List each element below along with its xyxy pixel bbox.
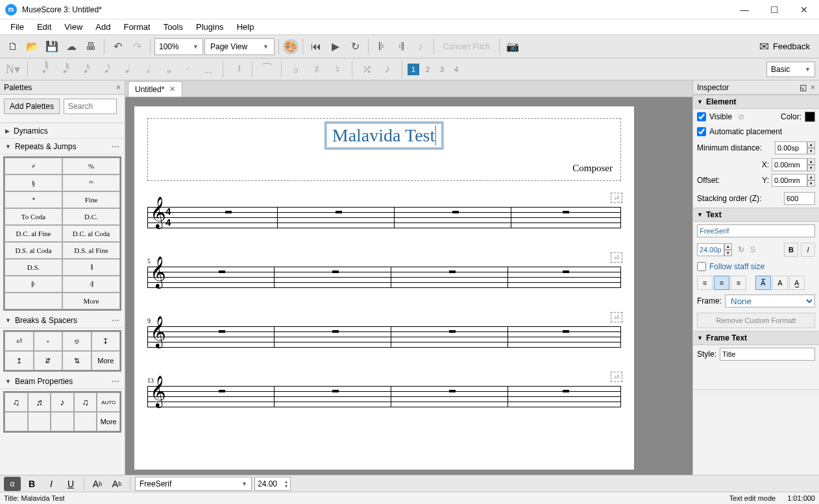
palette-item[interactable]: D.S. bbox=[5, 259, 62, 276]
staff[interactable]: 𝄞 bbox=[147, 326, 621, 347]
note-input-mode-icon[interactable]: N▾ bbox=[4, 60, 22, 78]
superscript-button[interactable]: Ab bbox=[108, 477, 125, 491]
valign-top-button[interactable]: A̅ bbox=[755, 276, 771, 290]
font-size-input[interactable] bbox=[697, 243, 724, 256]
feedback-button[interactable]: ✉ Feedback bbox=[759, 40, 810, 54]
offset-y-input[interactable] bbox=[772, 174, 807, 187]
symbols-button[interactable]: α bbox=[4, 477, 21, 491]
color-swatch[interactable] bbox=[805, 112, 815, 122]
palette-item[interactable] bbox=[28, 412, 51, 431]
zoom-select[interactable]: 100%▼ bbox=[154, 38, 203, 55]
sharp-icon[interactable]: ♯ bbox=[308, 60, 326, 78]
undock-icon[interactable]: ◱ bbox=[800, 83, 807, 92]
palette-item[interactable] bbox=[5, 293, 62, 309]
palette-item[interactable]: D.C. al Coda bbox=[62, 225, 120, 242]
spinner-buttons[interactable]: ▴▾ bbox=[724, 243, 732, 256]
palette-item[interactable]: D.C. al Fine bbox=[5, 225, 62, 242]
menu-file[interactable]: File bbox=[4, 20, 31, 34]
composer-text[interactable]: Composer bbox=[152, 163, 617, 174]
flip-icon[interactable]: ⤭ bbox=[358, 60, 376, 78]
play-icon[interactable]: ▶ bbox=[326, 38, 345, 56]
valign-middle-button[interactable]: A bbox=[772, 276, 788, 290]
system-break-icon[interactable]: ⏎ bbox=[611, 252, 622, 263]
camera-icon[interactable]: 📷 bbox=[504, 38, 522, 56]
voice-4-button[interactable]: 4 bbox=[450, 64, 462, 75]
inspector-section-element[interactable]: ▼Element bbox=[693, 95, 819, 109]
palette-item[interactable]: ♬ bbox=[28, 392, 51, 412]
system-break-icon[interactable]: ⏎ bbox=[611, 372, 622, 382]
mixer-icon[interactable]: 🎨 bbox=[283, 39, 299, 54]
palette-item[interactable]: ⇵ bbox=[34, 351, 63, 370]
palette-item[interactable]: D.S. al Fine bbox=[62, 242, 120, 259]
palette-item[interactable]: ♫ bbox=[5, 392, 28, 412]
align-right-button[interactable]: ≡ bbox=[731, 276, 746, 290]
menu-format[interactable]: Format bbox=[117, 20, 156, 34]
palette-item[interactable]: ♪ bbox=[51, 392, 74, 412]
time-signature[interactable]: 44 bbox=[165, 206, 171, 228]
new-score-icon[interactable]: 🗋 bbox=[4, 38, 22, 56]
workspace-select[interactable]: Basic▼ bbox=[766, 62, 815, 77]
redo-icon[interactable]: ↷ bbox=[128, 38, 146, 56]
save-icon[interactable]: 💾 bbox=[43, 38, 61, 56]
palette-item[interactable]: To Coda bbox=[5, 208, 62, 225]
grace-icon[interactable]: ♪ bbox=[378, 60, 397, 78]
palette-item[interactable]: 𝄎 bbox=[5, 158, 62, 174]
staff[interactable]: 𝄞 bbox=[147, 386, 621, 407]
style-input[interactable] bbox=[720, 348, 815, 361]
autoplace-checkbox[interactable] bbox=[697, 127, 706, 136]
palette-more-button[interactable]: More bbox=[92, 351, 121, 370]
bold-button[interactable]: B bbox=[23, 477, 40, 491]
repeat-start-icon[interactable]: 𝄆 bbox=[373, 38, 391, 56]
print-icon[interactable]: 🖶 bbox=[82, 38, 100, 56]
subscript-button[interactable]: Ab bbox=[89, 477, 106, 491]
view-mode-select[interactable]: Page View▼ bbox=[204, 38, 275, 55]
italic-button[interactable]: I bbox=[43, 477, 60, 491]
font-family-select[interactable]: FreeSerif▼ bbox=[135, 477, 252, 491]
align-left-button[interactable]: ≡ bbox=[697, 276, 713, 290]
close-icon[interactable]: × bbox=[116, 83, 121, 92]
palette-item[interactable]: D.S. al Coda bbox=[5, 242, 62, 259]
note-whole-icon[interactable]: 𝅝 bbox=[158, 60, 176, 78]
visible-checkbox[interactable] bbox=[697, 112, 706, 121]
open-icon[interactable]: 📂 bbox=[23, 38, 42, 56]
reset-icon[interactable]: ⊘ bbox=[738, 112, 744, 121]
close-icon[interactable]: × bbox=[811, 83, 815, 92]
palette-cat-beams[interactable]: ▼Beam Properties⋯ bbox=[0, 374, 125, 389]
font-size-select[interactable]: 24.00▴▾ bbox=[254, 477, 291, 491]
palette-item[interactable]: 𝄇 bbox=[62, 276, 120, 293]
palette-item[interactable]: ▫ bbox=[34, 331, 63, 351]
menu-edit[interactable]: Edit bbox=[31, 20, 58, 34]
repeat-end-icon[interactable]: 𝄇 bbox=[392, 38, 410, 56]
dot-icon[interactable]: · bbox=[178, 60, 197, 78]
palette-item[interactable]: D.C. bbox=[62, 208, 120, 225]
palette-item[interactable]: 𝄂 bbox=[62, 259, 120, 276]
palette-item[interactable] bbox=[51, 412, 74, 431]
tie-icon[interactable]: ⁀ bbox=[258, 60, 276, 78]
staff[interactable]: 𝄞 bbox=[147, 267, 621, 287]
palette-item[interactable]: ⇅ bbox=[62, 351, 92, 370]
score-viewport[interactable]: Malavida Test Composer ⏎ 𝄞 44 bbox=[125, 97, 692, 475]
natural-icon[interactable]: ♮ bbox=[328, 60, 347, 78]
title-text-selected[interactable]: Malavida Test bbox=[324, 121, 444, 150]
spinner-buttons[interactable]: ▴▾ bbox=[807, 174, 815, 187]
frame-select[interactable]: None bbox=[725, 294, 815, 307]
palette-item[interactable] bbox=[74, 412, 97, 431]
note-64th-icon[interactable]: 𝅘𝅥𝅱 bbox=[33, 60, 51, 78]
menu-help[interactable]: Help bbox=[230, 20, 261, 34]
bold-button[interactable]: B bbox=[784, 243, 798, 257]
palette-item[interactable]: ↧ bbox=[92, 331, 121, 351]
flat-icon[interactable]: ♭ bbox=[287, 60, 305, 78]
doc-tab-untitled[interactable]: Untitled* ✕ bbox=[128, 81, 182, 97]
spinner-buttons[interactable]: ▴▾ bbox=[807, 158, 815, 171]
menu-add[interactable]: Add bbox=[89, 20, 117, 34]
menu-tools[interactable]: Tools bbox=[157, 20, 189, 34]
system-break-icon[interactable]: ⏎ bbox=[611, 312, 622, 322]
palette-item[interactable]: 𝄊 bbox=[62, 174, 120, 191]
palette-cat-repeats[interactable]: ▼Repeats & Jumps⋯ bbox=[0, 139, 125, 154]
palette-more-button[interactable]: More bbox=[62, 293, 120, 309]
staff[interactable]: 𝄞 44 bbox=[147, 207, 621, 228]
title-frame[interactable]: Malavida Test Composer bbox=[147, 118, 621, 181]
note-16th-icon[interactable]: 𝅘𝅥𝅯 bbox=[75, 60, 93, 78]
palette-item[interactable]: § bbox=[5, 174, 62, 191]
palette-cat-breaks[interactable]: ▼Breaks & Spacers⋯ bbox=[0, 313, 125, 328]
